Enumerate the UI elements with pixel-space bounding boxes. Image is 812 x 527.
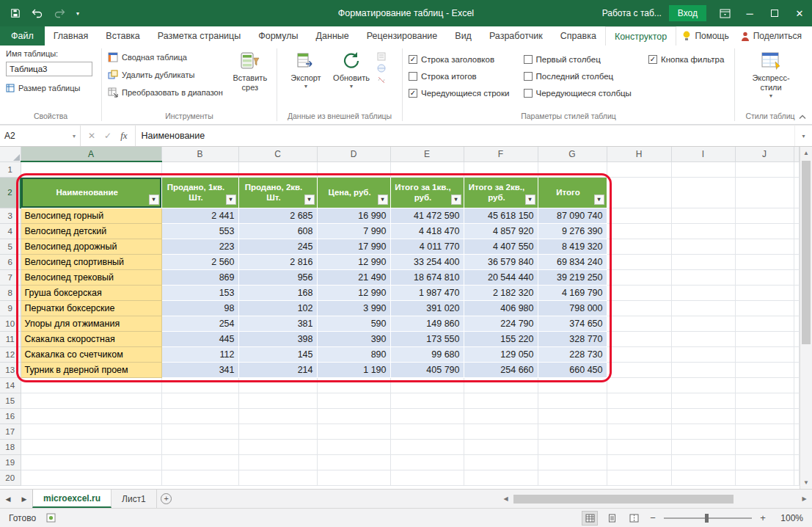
cell-E14[interactable] (390, 377, 464, 393)
cell-F6[interactable]: 36 579 840 (464, 254, 538, 269)
table-header-cell-F2[interactable]: Итого за 2кв., руб.▾ (464, 177, 538, 208)
cell-F5[interactable]: 4 407 550 (464, 239, 538, 254)
cell-I1[interactable] (671, 161, 735, 177)
cell-G10[interactable]: 374 650 (538, 316, 607, 331)
cell-H19[interactable] (607, 454, 671, 470)
cell-A12[interactable]: Скакалка со счетчиком (21, 346, 161, 362)
cell-J13[interactable] (735, 362, 794, 377)
checkbox-unchecked[interactable] (524, 55, 533, 64)
cell-J19[interactable] (735, 454, 794, 470)
cell-C9[interactable]: 102 (238, 300, 317, 316)
cell-J20[interactable] (735, 470, 794, 485)
cell-I3[interactable] (671, 208, 735, 223)
chevron-down-icon[interactable]: ▾ (73, 133, 76, 139)
cell-I14[interactable] (671, 377, 735, 393)
cell-B7[interactable]: 869 (161, 269, 238, 285)
page-layout-view-button[interactable] (604, 511, 620, 526)
cell-I15[interactable] (671, 393, 735, 408)
cell-F7[interactable]: 20 544 440 (464, 269, 538, 285)
cell-I7[interactable] (671, 269, 735, 285)
row-header-16[interactable]: 16 (0, 408, 21, 424)
cell-C3[interactable]: 2 685 (238, 208, 317, 223)
cell-F4[interactable]: 4 857 920 (464, 223, 538, 239)
cell-F13[interactable]: 254 660 (464, 362, 538, 377)
ribbon-tab-file[interactable]: Файл (0, 26, 45, 46)
ribbon-tab-вид[interactable]: Вид (446, 26, 480, 46)
checkbox-checked[interactable]: ✓ (648, 55, 657, 64)
cell-D18[interactable] (317, 439, 390, 454)
formula-input[interactable]: Наименование (136, 126, 794, 146)
cell-D5[interactable]: 17 990 (317, 239, 390, 254)
maximize-button[interactable] (762, 0, 787, 26)
cell-I8[interactable] (671, 285, 735, 300)
cell-C8[interactable]: 168 (238, 285, 317, 300)
horizontal-scrollbar[interactable]: ◀ ▶ (498, 490, 812, 508)
style-option[interactable]: ✓Кнопка фильтра (648, 54, 730, 65)
cell-F8[interactable]: 2 182 320 (464, 285, 538, 300)
cell-G7[interactable]: 39 219 250 (538, 269, 607, 285)
record-macro-button[interactable] (46, 513, 56, 523)
cell-B6[interactable]: 2 560 (161, 254, 238, 269)
cell-H7[interactable] (607, 269, 671, 285)
cell-E18[interactable] (390, 439, 464, 454)
cell-D12[interactable]: 890 (317, 346, 390, 362)
cell-I19[interactable] (671, 454, 735, 470)
normal-view-button[interactable] (582, 511, 598, 526)
cell-G5[interactable]: 8 419 320 (538, 239, 607, 254)
cell-H12[interactable] (607, 346, 671, 362)
cell-D4[interactable]: 7 990 (317, 223, 390, 239)
cell-G15[interactable] (538, 393, 607, 408)
cell-I18[interactable] (671, 439, 735, 454)
cell-J5[interactable] (735, 239, 794, 254)
style-option[interactable]: Последний столбец (524, 70, 648, 82)
unlink-icon[interactable] (377, 76, 386, 84)
cell-C14[interactable] (238, 377, 317, 393)
cell-B9[interactable]: 98 (161, 300, 238, 316)
cell-E4[interactable]: 4 418 470 (390, 223, 464, 239)
cell-A14[interactable] (21, 377, 161, 393)
filter-button[interactable]: ▾ (525, 195, 535, 205)
cell-G8[interactable]: 4 169 790 (538, 285, 607, 300)
vertical-scrollbar[interactable]: ▲ ▼ (800, 147, 812, 489)
cell-A13[interactable]: Турник в дверной проем (21, 362, 161, 377)
cell-C17[interactable] (238, 424, 317, 439)
cell-C13[interactable]: 214 (238, 362, 317, 377)
horizontal-scrollbar-thumb[interactable] (513, 495, 734, 504)
ribbon-tab-design-active[interactable]: Конструктор (605, 26, 676, 46)
sheet-tab-active[interactable]: microexcel.ru (32, 490, 111, 508)
cell-D15[interactable] (317, 393, 390, 408)
redo-button[interactable] (50, 4, 69, 23)
cell-H14[interactable] (607, 377, 671, 393)
cell-H5[interactable] (607, 239, 671, 254)
sheet-nav-right-icon[interactable]: ▶ (16, 490, 32, 508)
cell-F15[interactable] (464, 393, 538, 408)
scroll-right-icon[interactable]: ▶ (798, 495, 811, 502)
cell-I16[interactable] (671, 408, 735, 424)
row-header-3[interactable]: 3 (0, 208, 21, 223)
checkbox-unchecked[interactable] (409, 72, 417, 81)
ribbon-tab-вставка[interactable]: Вставка (97, 26, 148, 46)
cell-G13[interactable]: 660 450 (538, 362, 607, 377)
cell-C6[interactable]: 2 816 (238, 254, 317, 269)
cell-J7[interactable] (735, 269, 794, 285)
customize-qat-button[interactable]: ▾ (72, 10, 84, 17)
cell-J11[interactable] (735, 331, 794, 346)
cell-A18[interactable] (21, 439, 161, 454)
cell-B3[interactable]: 2 441 (161, 208, 238, 223)
cell-J10[interactable] (735, 316, 794, 331)
cell-B5[interactable]: 223 (161, 239, 238, 254)
cell-B11[interactable]: 445 (161, 331, 238, 346)
row-header-5[interactable]: 5 (0, 239, 21, 254)
cell-B14[interactable] (161, 377, 238, 393)
cell-H9[interactable] (607, 300, 671, 316)
cell-A10[interactable]: Упоры для отжимания (21, 316, 161, 331)
page-break-view-button[interactable] (626, 511, 642, 526)
remove-duplicates-button[interactable]: Удалить дубликаты (108, 67, 228, 83)
column-header-D[interactable]: D (317, 147, 390, 161)
cell-C5[interactable]: 245 (238, 239, 317, 254)
cell-G19[interactable] (538, 454, 607, 470)
table-header-cell-C2[interactable]: Продано, 2кв. Шт.▾ (238, 177, 317, 208)
cell-J2[interactable] (735, 177, 794, 208)
cell-I13[interactable] (671, 362, 735, 377)
cell-D20[interactable] (317, 470, 390, 485)
